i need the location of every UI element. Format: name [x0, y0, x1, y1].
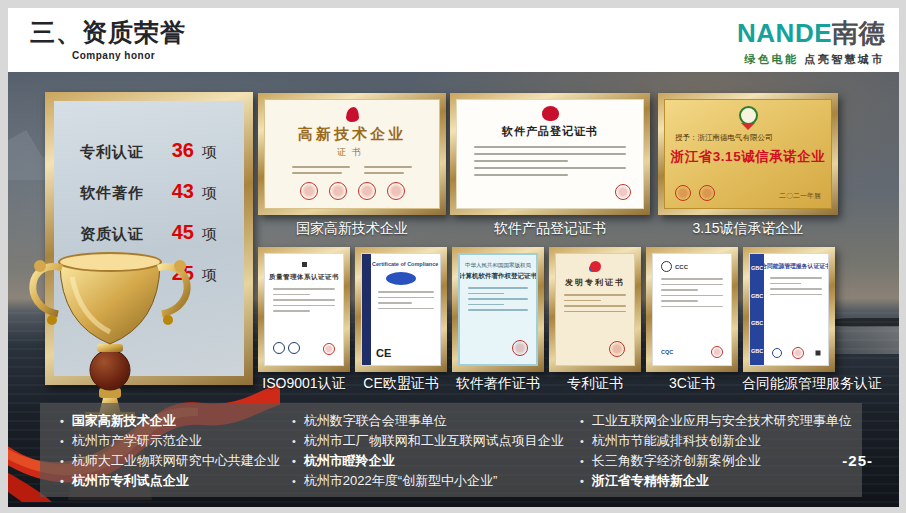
- cert-software-copyright: 中华人民共和国国家版权局 计算机软件著作权登记证书: [452, 247, 544, 372]
- patent-emblem-icon: [590, 261, 601, 272]
- honor-item: 杭州市产学研示范企业: [60, 431, 295, 451]
- copyright-office-line: 中华人民共和国国家版权局: [465, 262, 531, 269]
- logo-latin-text: NANDE: [737, 18, 832, 48]
- ce-cert-title: Certificate of Compliance: [372, 261, 438, 267]
- cert-ce: Certificate of Compliance CE: [355, 247, 447, 372]
- honor-item: 浙江省专精特新企业: [580, 471, 880, 491]
- iso-mark-icon: [300, 260, 309, 269]
- logo-tagline: 绿色电能 点亮智慧城市: [744, 52, 885, 67]
- red-seal-icon: [792, 347, 804, 359]
- honors-column-3: 工业互联网企业应用与安全技术研究理事单位 杭州市节能减排科技创新企业 长三角数字…: [580, 411, 880, 491]
- caption-energy-management: 合同能源管理服务认证: [742, 375, 882, 393]
- stat-row-software: 软件著作 43 项: [54, 176, 244, 217]
- page-number: -25-: [842, 452, 873, 469]
- slide-body-photo: 专利认证 36 项 软件著作 43 项 资质认证 45 项: [8, 72, 899, 507]
- slide-header: 三、资质荣誉 Company honor NANDE南德 绿色电能 点亮智慧城市: [8, 8, 899, 72]
- honor-item: 工业互联网企业应用与安全技术研究理事单位: [580, 411, 880, 431]
- grant-line: 授予：浙江南德电气有限公司: [675, 133, 821, 143]
- page-title: 三、资质荣誉: [30, 16, 186, 49]
- honor-item: 国家高新技术企业: [60, 411, 295, 431]
- honors-column-1: 国家高新技术企业 杭州市产学研示范企业 杭师大工业物联网研究中心共建企业 杭州市…: [60, 411, 295, 491]
- qr-code-icon: [814, 349, 822, 357]
- caption-iso9001: ISO9001认证: [262, 375, 345, 393]
- logo-cjk-text: 南德: [832, 18, 885, 48]
- honor-item: 杭州市专利试点企业: [60, 471, 295, 491]
- stat-row-patents: 专利认证 36 项: [54, 135, 244, 176]
- cert-315-integrity: 授予：浙江南德电气有限公司 浙江省3.15诚信承诺企业 二〇二一年届: [658, 93, 838, 215]
- blue-seal-icon: [772, 348, 782, 358]
- cert-software-product: 软件产品登记证书: [450, 93, 650, 215]
- caption-patent: 专利证书: [567, 375, 623, 393]
- red-seal-icon: [512, 340, 528, 356]
- patent-cert-title: 发明专利证书: [565, 277, 625, 288]
- red-seal-icon: [323, 343, 335, 355]
- hitech-cert-subtitle: 证书: [337, 146, 367, 159]
- honor-item: 杭州市节能减排科技创新企业: [580, 431, 880, 451]
- presentation-slide: 三、资质荣誉 Company honor NANDE南德 绿色电能 点亮智慧城市…: [8, 8, 899, 507]
- cnas-logo-icon: [288, 342, 300, 354]
- honors-panel: 国家高新技术企业 杭州市产学研示范企业 杭师大工业物联网研究中心共建企业 杭州市…: [40, 403, 862, 497]
- honor-item: 杭州市工厂物联网和工业互联网试点项目企业: [292, 431, 577, 451]
- iso-cert-title: 质量管理体系认证证书: [269, 273, 339, 282]
- red-seal-icon: [711, 346, 723, 358]
- national-emblem-icon: [542, 106, 559, 121]
- caption-software-product: 软件产品登记证书: [494, 220, 606, 238]
- ccc-logo-icon: [661, 261, 672, 272]
- software-cert-title: 软件产品登记证书: [502, 124, 598, 139]
- hitech-emblem-icon: [346, 107, 359, 122]
- hitech-cert-title: 高新技术企业: [298, 125, 406, 144]
- caption-software-copyright: 软件著作证书: [456, 375, 540, 393]
- screenshot-canvas: 三、资质荣誉 Company honor NANDE南德 绿色电能 点亮智慧城市…: [0, 0, 906, 513]
- ce-badge-icon: [386, 272, 416, 285]
- ce-mark: CE: [376, 347, 391, 359]
- ribbon-banner-icon: [741, 123, 755, 130]
- cert-national-hightech: 高新技术企业 证书: [258, 93, 446, 215]
- honor-item: 杭州市瞪羚企业: [292, 451, 577, 471]
- caption-3c: 3C证书: [669, 375, 715, 393]
- copyright-cert-title: 计算机软件著作权登记证书: [459, 272, 537, 281]
- honors-column-2: 杭州数字联合会理事单位 杭州市工厂物联网和工业互联网试点项目企业 杭州市瞪羚企业…: [292, 411, 577, 491]
- cqc-mark: CQC: [661, 349, 673, 355]
- energy-cert-title: 合同能源管理服务认证证书: [761, 262, 829, 271]
- cert-patent: 发明专利证书: [549, 247, 641, 372]
- hitech-seals: [300, 182, 405, 200]
- caption-national-hightech: 国家高新技术企业: [296, 220, 408, 238]
- cert-3c: CCC CQC: [646, 247, 738, 372]
- red-seal-icon: [615, 184, 631, 200]
- honor-item: 杭师大工业物联网研究中心共建企业: [60, 451, 295, 471]
- caption-315: 3.15诚信承诺企业: [692, 220, 803, 238]
- red-seal-icon: [609, 341, 625, 357]
- gbc-side-band: GBC GBC GBC GBC: [750, 254, 764, 365]
- page-subtitle: Company honor: [72, 50, 155, 61]
- honor-item: 杭州数字联合会理事单位: [292, 411, 577, 431]
- iaf-logo-icon: [273, 342, 285, 354]
- honor-item: 长三角数字经济创新案例企业: [580, 451, 880, 471]
- c315-year: 二〇二一年届: [779, 191, 821, 201]
- ce-side-band: [362, 254, 371, 365]
- honor-item: 杭州市2022年度“创新型中小企业”: [292, 471, 577, 491]
- caption-ce: CE欧盟证书: [363, 375, 438, 393]
- ccc-mark: CCC: [675, 264, 688, 270]
- c315-cert-title: 浙江省3.15诚信承诺企业: [671, 148, 825, 166]
- cert-energy-management: GBC GBC GBC GBC 合同能源管理服务认证证书: [743, 247, 835, 372]
- company-logo: NANDE南德: [737, 16, 885, 51]
- cert-iso9001: 质量管理体系认证证书: [258, 247, 350, 372]
